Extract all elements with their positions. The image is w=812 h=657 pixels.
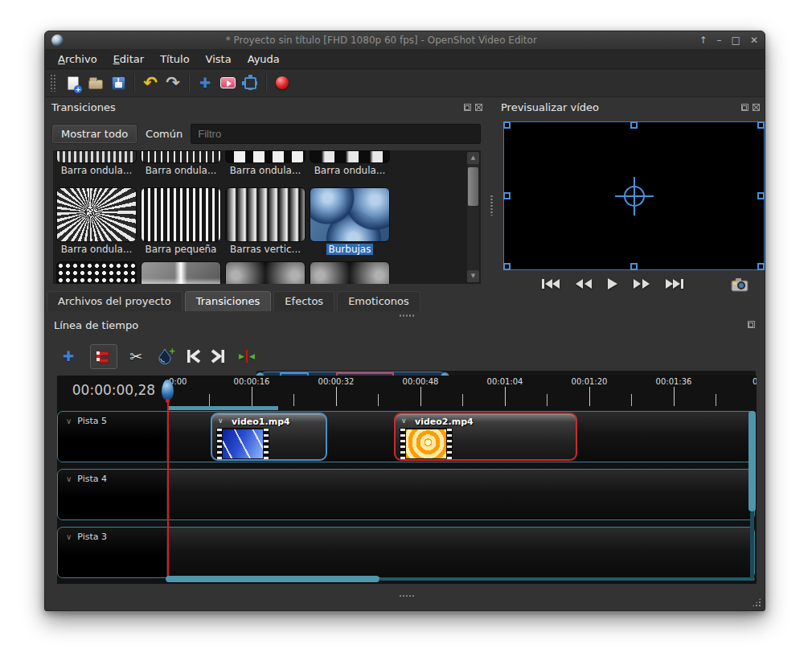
transition-item[interactable]: [310, 261, 390, 284]
fullscreen-button[interactable]: [239, 72, 261, 94]
maximize-button[interactable]: □: [732, 35, 740, 45]
save-project-button[interactable]: [107, 72, 129, 94]
timeline-hscroll-thumb[interactable]: [166, 576, 379, 582]
resize-handle-top-right[interactable]: [757, 121, 765, 129]
scrollbar-thumb[interactable]: [468, 167, 478, 206]
fast-forward-button[interactable]: [633, 278, 650, 289]
scroll-down-button[interactable]: ▼: [467, 270, 479, 282]
playhead-handle[interactable]: [162, 380, 174, 400]
video-preview-canvas[interactable]: [503, 121, 765, 270]
filter-input[interactable]: [191, 124, 481, 144]
resize-handle-bottom-right[interactable]: [757, 263, 765, 270]
transition-item-selected[interactable]: Burbujas: [310, 187, 390, 255]
next-marker-button[interactable]: [206, 344, 230, 368]
track-pista-3[interactable]: ∨ Pista 3: [57, 527, 755, 578]
tab-transiciones[interactable]: Transiciones: [185, 291, 272, 311]
transition-item[interactable]: [56, 261, 137, 284]
float-panel-icon[interactable]: [741, 104, 748, 111]
transition-item[interactable]: Barras vertic...: [225, 187, 306, 255]
resize-handle-top-left[interactable]: [503, 121, 511, 129]
play-button[interactable]: [607, 277, 618, 290]
add-track-button[interactable]: ✚: [56, 344, 80, 368]
scissors-icon: ✂: [129, 347, 142, 365]
menu-editar[interactable]: Editar: [105, 51, 153, 68]
scroll-up-button[interactable]: ▲: [467, 152, 479, 164]
menu-titulo[interactable]: Título: [152, 51, 197, 68]
track-header[interactable]: ∨ Pista 3: [58, 528, 167, 577]
center-playhead-button[interactable]: ▶◀: [235, 344, 259, 368]
resize-handle-mid-left[interactable]: [503, 192, 511, 199]
float-panel-icon[interactable]: [464, 104, 471, 111]
clip-video1[interactable]: ∨ video1.mp4: [211, 413, 327, 461]
export-video-button[interactable]: [271, 72, 293, 94]
rewind-button[interactable]: [575, 278, 593, 289]
transition-item[interactable]: Barra ondula...: [225, 150, 306, 176]
resize-handle-bottom-center[interactable]: [630, 263, 638, 270]
toolbar-separator: [133, 74, 135, 92]
tab-emoticonos[interactable]: Emoticonos: [337, 291, 420, 311]
clip-video2[interactable]: ∨ video2.mp4: [394, 413, 577, 461]
undo-icon: ↶: [143, 75, 158, 92]
choose-profile-button[interactable]: [216, 72, 239, 94]
track-menu-chevron-icon[interactable]: ∨: [66, 474, 72, 483]
vertical-splitter[interactable]: [489, 97, 494, 313]
import-files-button[interactable]: ✚: [194, 72, 216, 94]
razor-tool-button[interactable]: ✂: [124, 344, 148, 368]
timeline-vscroll[interactable]: [748, 411, 756, 579]
previous-marker-button[interactable]: [182, 344, 206, 368]
menu-vista[interactable]: Vista: [198, 51, 240, 68]
jump-to-start-button[interactable]: [541, 278, 560, 289]
titlebar[interactable]: * Proyecto sin título [FHD 1080p 60 fps]…: [45, 31, 765, 49]
jump-to-end-button[interactable]: [665, 278, 684, 289]
ruler-label: 00:01:20: [572, 377, 608, 386]
resize-handle-mid-right[interactable]: [757, 192, 765, 199]
close-panel-icon[interactable]: [475, 104, 482, 111]
track-pista-5[interactable]: ∨ Pista 5 ∨ video1.mp4 ∨ video2.mp4: [57, 411, 755, 462]
transition-item[interactable]: [141, 261, 221, 284]
timeline-vscroll-track[interactable]: [750, 511, 754, 579]
transitions-scrollbar[interactable]: ▲ ▼: [467, 152, 479, 282]
track-menu-chevron-icon[interactable]: ∨: [66, 417, 72, 425]
show-all-button[interactable]: Mostrar todo: [51, 124, 137, 144]
minimize-button[interactable]: –: [717, 35, 722, 45]
resize-handle-top-center[interactable]: [630, 121, 638, 129]
menu-ayuda[interactable]: Ayuda: [240, 51, 288, 68]
close-button[interactable]: ✕: [750, 35, 758, 45]
category-label[interactable]: Común: [146, 128, 182, 140]
transition-item[interactable]: Barra ondula...: [56, 187, 137, 255]
splitter-dots: [490, 195, 493, 216]
transition-caption: Barra ondula...: [56, 244, 137, 255]
redo-button[interactable]: ↷: [162, 72, 184, 94]
horizontal-splitter[interactable]: [399, 314, 415, 317]
snapping-toggle-button[interactable]: [90, 344, 117, 369]
menu-archivo[interactable]: Archivo: [50, 51, 105, 68]
resize-handle-bottom-left[interactable]: [503, 263, 511, 270]
transition-item[interactable]: [225, 261, 306, 284]
toolbar-drag-handle[interactable]: [50, 74, 57, 92]
float-panel-icon[interactable]: [748, 321, 755, 328]
new-project-button[interactable]: [62, 72, 84, 94]
timeline-hscroll-track[interactable]: [379, 577, 755, 581]
transition-thumbnail: [141, 187, 221, 242]
capture-frame-button[interactable]: [731, 277, 748, 295]
track-pista-4[interactable]: ∨ Pista 4: [57, 469, 755, 520]
clip-menu-chevron-icon[interactable]: ∨: [218, 417, 224, 425]
transition-item[interactable]: Barra ondula...: [310, 150, 390, 176]
track-menu-chevron-icon[interactable]: ∨: [66, 532, 72, 541]
add-marker-button[interactable]: +: [154, 344, 178, 368]
transition-item[interactable]: Barra ondula...: [56, 150, 137, 176]
track-header[interactable]: ∨ Pista 4: [58, 470, 167, 519]
window-resize-grip[interactable]: [752, 597, 761, 607]
transition-item[interactable]: Barra ondula...: [141, 150, 221, 176]
bottom-splitter[interactable]: [399, 594, 415, 597]
open-project-button[interactable]: [84, 72, 107, 94]
undo-button[interactable]: ↶: [139, 72, 162, 94]
close-panel-icon[interactable]: [753, 104, 760, 111]
timeline-vscroll-thumb[interactable]: [748, 411, 756, 511]
keep-above-button[interactable]: ↑: [699, 35, 707, 45]
transition-item[interactable]: Barra pequeña: [141, 187, 221, 255]
tab-efectos[interactable]: Efectos: [273, 291, 334, 311]
clip-menu-chevron-icon[interactable]: ∨: [401, 417, 407, 425]
tab-archivos-del-proyecto[interactable]: Archivos del proyecto: [47, 291, 182, 311]
track-header[interactable]: ∨ Pista 5: [58, 412, 167, 462]
